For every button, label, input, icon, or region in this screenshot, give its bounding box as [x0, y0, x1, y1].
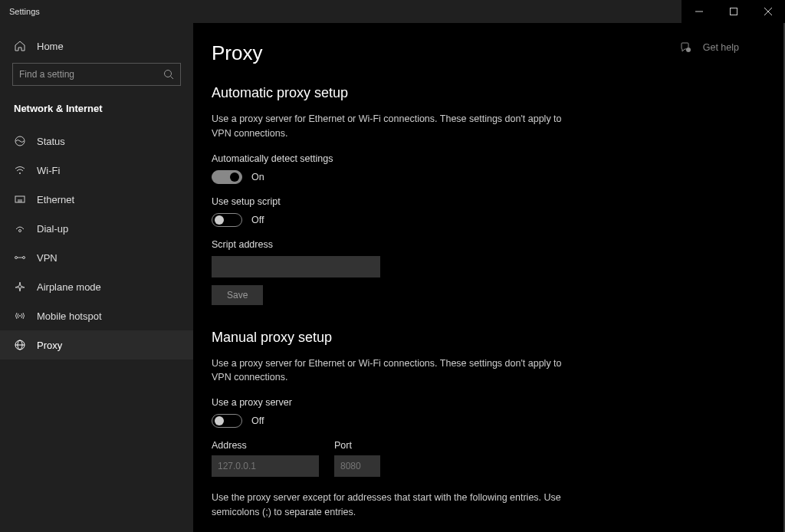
manual-heading: Manual proxy setup	[212, 330, 754, 346]
sidebar-item-dialup[interactable]: Dial-up	[0, 214, 193, 243]
use-script-state: Off	[251, 215, 264, 225]
svg-point-16	[19, 315, 21, 317]
get-help-link[interactable]: Get help	[680, 41, 739, 54]
auto-detect-label: Automatically detect settings	[212, 153, 754, 164]
svg-point-20	[686, 48, 691, 52]
auto-detect-state: On	[251, 172, 264, 182]
port-input[interactable]	[334, 455, 380, 477]
svg-rect-1	[730, 8, 737, 15]
proxy-icon	[14, 339, 26, 351]
home-label: Home	[37, 41, 64, 52]
sidebar-item-vpn[interactable]: VPN	[0, 243, 193, 272]
sidebar-item-proxy[interactable]: Proxy	[0, 330, 193, 360]
sidebar: Home Find a setting Network & Internet S…	[0, 23, 193, 532]
dialup-icon	[14, 222, 26, 235]
use-script-label: Use setup script	[212, 196, 754, 207]
maximize-button[interactable]	[716, 0, 751, 23]
script-address-label: Script address	[212, 239, 754, 250]
svg-point-13	[15, 257, 18, 259]
svg-point-14	[23, 257, 25, 259]
use-proxy-toggle[interactable]	[212, 414, 242, 428]
sidebar-item-label: Ethernet	[37, 194, 74, 205]
auto-description: Use a proxy server for Ethernet or Wi-Fi…	[212, 112, 580, 141]
sidebar-item-status[interactable]: Status	[0, 126, 193, 156]
auto-heading: Automatic proxy setup	[212, 85, 754, 101]
window-title: Settings	[9, 7, 40, 16]
content-area: Get help Proxy Automatic proxy setup Use…	[193, 23, 785, 532]
ethernet-icon	[14, 193, 26, 205]
search-input[interactable]: Find a setting	[12, 63, 181, 86]
manual-description: Use a proxy server for Ethernet or Wi-Fi…	[212, 356, 580, 386]
minimize-button[interactable]	[682, 0, 716, 23]
vpn-icon	[14, 251, 26, 264]
category-heading: Network & Internet	[0, 100, 193, 126]
sidebar-item-ethernet[interactable]: Ethernet	[0, 185, 193, 214]
home-button[interactable]: Home	[0, 32, 193, 63]
page-title: Proxy	[212, 41, 754, 65]
address-input[interactable]	[212, 455, 319, 477]
sidebar-item-label: VPN	[37, 252, 57, 264]
hotspot-icon	[14, 310, 26, 322]
sidebar-item-label: Status	[37, 136, 65, 147]
window-buttons	[682, 0, 785, 23]
help-icon	[680, 41, 692, 54]
sidebar-item-label: Airplane mode	[37, 281, 101, 293]
search-icon	[163, 69, 174, 80]
wifi-icon	[14, 164, 26, 176]
use-proxy-state: Off	[251, 415, 264, 426]
titlebar: Settings	[0, 0, 785, 23]
sidebar-item-hotspot[interactable]: Mobile hotspot	[0, 301, 193, 330]
svg-point-7	[19, 172, 21, 174]
sidebar-item-airplane[interactable]: Airplane mode	[0, 272, 193, 301]
help-label: Get help	[703, 42, 739, 53]
sidebar-item-label: Dial-up	[37, 223, 68, 235]
use-script-toggle[interactable]	[212, 213, 242, 227]
svg-point-4	[165, 71, 172, 77]
save-button[interactable]: Save	[212, 285, 263, 305]
sidebar-item-label: Mobile hotspot	[37, 310, 102, 322]
airplane-icon	[14, 281, 26, 293]
svg-point-12	[19, 230, 21, 232]
script-address-input[interactable]	[212, 256, 380, 277]
search-placeholder: Find a setting	[19, 69, 74, 80]
svg-line-5	[171, 77, 174, 80]
sidebar-item-label: Proxy	[37, 340, 62, 351]
auto-detect-toggle[interactable]	[212, 170, 242, 184]
use-proxy-label: Use a proxy server	[212, 397, 754, 408]
sidebar-item-label: Wi-Fi	[37, 165, 60, 176]
port-label: Port	[334, 440, 380, 451]
close-button[interactable]	[751, 0, 785, 23]
sidebar-item-wifi[interactable]: Wi-Fi	[0, 156, 193, 185]
address-label: Address	[212, 440, 319, 451]
home-icon	[14, 40, 26, 52]
status-icon	[14, 135, 26, 147]
except-description: Use the proxy server except for addresse…	[212, 491, 580, 520]
